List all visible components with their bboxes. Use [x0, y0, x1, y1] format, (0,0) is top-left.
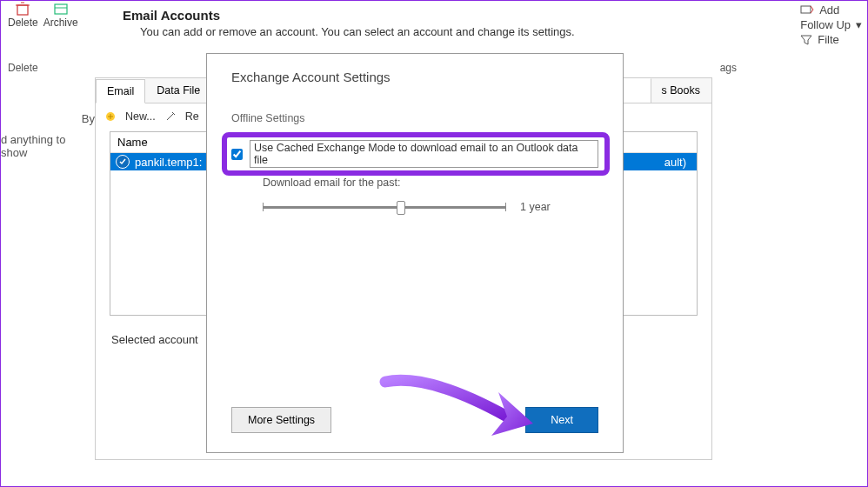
delete-icon — [14, 1, 31, 17]
cached-mode-label: Use Cached Exchange Mode to download ema… — [250, 140, 598, 168]
filter-label: Filte — [818, 33, 839, 46]
ribbon-archive-label: Archive — [43, 17, 78, 29]
download-range-slider[interactable]: 1 year — [263, 201, 598, 213]
tab-books-label: s Books — [662, 84, 700, 97]
followup-label: Follow Up — [800, 18, 851, 31]
page-description: You can add or remove an account. You ca… — [140, 25, 575, 38]
slider-value: 1 year — [520, 201, 551, 213]
ribbon-delete-label: Delete — [8, 17, 38, 29]
account-email: pankil.temp1: — [135, 156, 202, 169]
offline-settings-label: Offline Settings — [231, 112, 598, 124]
cached-mode-row[interactable]: Use Cached Exchange Mode to download ema… — [231, 140, 598, 168]
svg-rect-0 — [17, 5, 28, 15]
tab-data-files[interactable]: Data File — [145, 78, 211, 103]
exchange-settings-dialog: Exchange Account Settings Offline Settin… — [206, 53, 624, 453]
ribbon-group-delete: Delete — [8, 62, 38, 74]
add-button[interactable]: Add — [800, 3, 862, 17]
more-settings-button[interactable]: More Settings — [231, 407, 331, 433]
new-account-button[interactable]: New... — [125, 110, 156, 123]
repair-icon — [164, 110, 177, 123]
check-icon — [116, 155, 130, 169]
tab-email-label: Email — [107, 85, 134, 97]
download-past-label: Download email for the past: — [263, 177, 598, 189]
empty-list-text: d anything to show — [1, 133, 95, 159]
archive-icon — [52, 1, 70, 17]
new-icon — [104, 110, 117, 123]
filter-button[interactable]: Filte — [800, 33, 862, 46]
svg-rect-2 — [801, 6, 811, 13]
default-badge: ault) — [659, 156, 691, 169]
tab-address-books[interactable]: s Books — [651, 78, 711, 103]
add-icon — [800, 3, 814, 17]
repair-button[interactable]: Re — [185, 110, 199, 123]
filter-icon — [800, 34, 812, 46]
add-label: Add — [819, 3, 839, 17]
delete-button[interactable]: Delete — [8, 1, 38, 29]
tab-datafiles-label: Data File — [157, 84, 200, 97]
slider-track[interactable] — [263, 206, 506, 209]
dialog-title: Exchange Account Settings — [231, 70, 598, 84]
cached-mode-checkbox[interactable] — [231, 149, 243, 160]
slider-thumb[interactable] — [397, 201, 405, 215]
svg-rect-1 — [55, 4, 67, 14]
tab-email[interactable]: Email — [96, 79, 145, 103]
ribbon-group-tags: ags — [720, 62, 737, 74]
next-button[interactable]: Next — [525, 407, 598, 433]
followup-button[interactable]: Follow Up ▾ — [800, 18, 862, 31]
page-title: Email Accounts — [123, 8, 220, 23]
arrange-by-label: By — [8, 112, 95, 125]
chevron-down-icon: ▾ — [856, 18, 862, 31]
archive-button[interactable]: Archive — [43, 1, 78, 29]
